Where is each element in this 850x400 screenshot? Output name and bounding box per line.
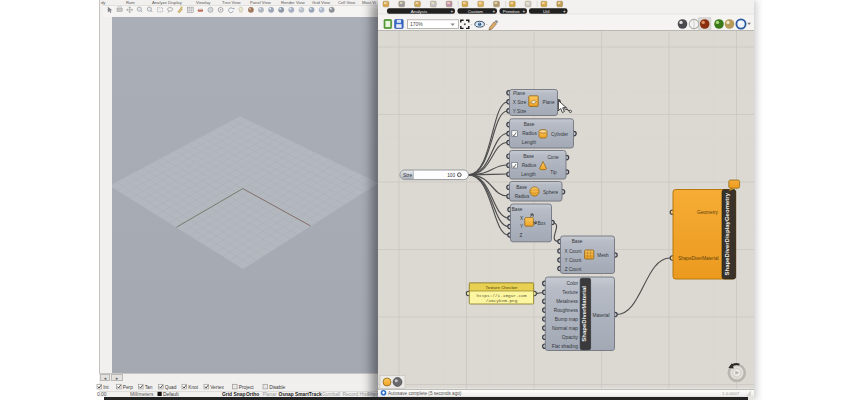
svg-text:Texture: Texture (562, 290, 578, 295)
svg-text:Sphere: Sphere (543, 190, 559, 195)
svg-text:Mesh: Mesh (597, 253, 609, 258)
svg-text:Radius: Radius (515, 194, 530, 199)
svg-text:Analysis: Analysis (411, 9, 428, 14)
svg-text:Z: Z (520, 233, 523, 238)
svg-text:Length: Length (522, 140, 537, 145)
svg-text:https://i.imgur.com: https://i.imgur.com (476, 293, 526, 298)
svg-text:Tan: Tan (145, 385, 153, 390)
svg-text:Quad: Quad (165, 385, 177, 390)
svg-text:Flat shading: Flat shading (552, 344, 578, 349)
svg-text:Plane: Plane (513, 91, 525, 96)
svg-text:1.0.0007: 1.0.0007 (722, 390, 740, 395)
svg-text:ShapeDiverMaterial: ShapeDiverMaterial (581, 286, 587, 342)
svg-text:Normal map: Normal map (552, 326, 578, 331)
svg-text:Bump map: Bump map (555, 317, 579, 322)
svg-text:100: 100 (447, 173, 455, 178)
svg-text:Length: Length (521, 172, 536, 177)
svg-text:Util: Util (543, 9, 549, 14)
svg-text:Vertex: Vertex (210, 385, 224, 390)
svg-text:Perp: Perp (123, 385, 133, 390)
svg-text:-: - (471, 21, 473, 27)
svg-text:Opacity: Opacity (562, 335, 579, 340)
svg-text:Base: Base (524, 122, 535, 127)
svg-text:+: + (523, 9, 526, 14)
svg-text:Base: Base (572, 239, 583, 244)
svg-text:/46cyknm.png: /46cyknm.png (486, 298, 518, 303)
svg-text:Disable: Disable (269, 385, 285, 390)
svg-text:Base: Base (516, 185, 527, 190)
svg-text:Cone: Cone (547, 155, 559, 160)
svg-text:Texture Checker: Texture Checker (486, 285, 519, 290)
svg-text:X Size: X Size (513, 100, 527, 105)
svg-text:Custom: Custom (468, 9, 483, 14)
svg-text:-: - (486, 21, 488, 27)
svg-text:ShapeDiverMaterial: ShapeDiverMaterial (678, 256, 718, 261)
svg-text:Roughness: Roughness (554, 308, 579, 313)
svg-text:+: + (563, 9, 566, 14)
svg-text:Y Count: Y Count (565, 258, 583, 263)
svg-text:Autosave complete (5 seconds a: Autosave complete (5 seconds ago) (388, 390, 462, 395)
svg-text:Y Size: Y Size (513, 109, 527, 114)
svg-text:Material: Material (592, 313, 609, 318)
svg-text:Base: Base (523, 154, 534, 159)
svg-text:Metalness: Metalness (556, 299, 578, 304)
svg-text:Radius: Radius (522, 163, 537, 168)
svg-text:Project: Project (239, 385, 255, 390)
svg-text:Plane: Plane (543, 100, 555, 105)
svg-text:Tip: Tip (550, 170, 557, 175)
svg-text:Cylinder: Cylinder (551, 132, 569, 137)
svg-text:ShapeDiverDisplayGeometry: ShapeDiverDisplayGeometry (724, 192, 730, 275)
svg-text:+: + (493, 9, 496, 14)
svg-text:Primitive: Primitive (503, 9, 520, 14)
svg-text:Box: Box (537, 221, 546, 226)
svg-text:Color: Color (567, 281, 579, 286)
svg-text:Knot: Knot (188, 385, 199, 390)
svg-text:Base: Base (512, 207, 523, 212)
svg-text:+: + (451, 9, 454, 14)
svg-text:Size: Size (403, 173, 413, 178)
svg-text:Radius: Radius (522, 131, 537, 136)
svg-text:Geometry: Geometry (697, 210, 719, 215)
svg-text:Int: Int (103, 385, 109, 390)
svg-text:170%: 170% (410, 21, 423, 27)
svg-text:X Count: X Count (565, 249, 583, 254)
svg-text:Z Count: Z Count (565, 267, 582, 272)
